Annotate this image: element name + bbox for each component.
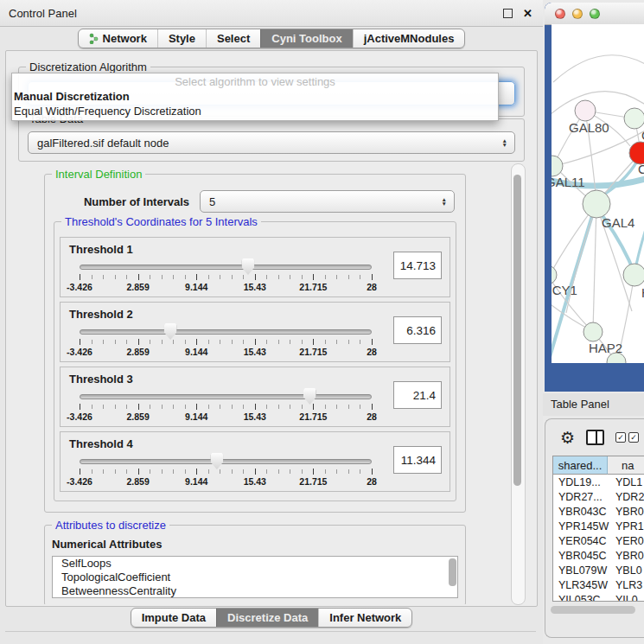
tick-label: 15.43 (244, 476, 266, 487)
tab-network[interactable]: Network (79, 29, 157, 48)
minimize-traffic-light[interactable] (572, 9, 583, 19)
cell-name[interactable]: YDR2 (607, 491, 644, 503)
network-node-ga[interactable] (624, 108, 644, 129)
threshold-label: Threshold 3 (69, 373, 133, 386)
table-row[interactable]: YDR27...YDR2 (553, 489, 644, 504)
network-view-window[interactable]: GAL80GACGAL11GAL4GCY1HHAP2 (545, 3, 644, 392)
zoom-traffic-light[interactable] (590, 9, 600, 19)
cell-name[interactable]: YBR0 (607, 506, 644, 518)
tab-discretize-data[interactable]: Discretize Data (216, 609, 318, 627)
table-row[interactable]: YLR345WYLR3 (553, 577, 644, 592)
tick-label: -3.426 (67, 347, 92, 357)
threshold-value-field[interactable]: 11.344 (393, 446, 442, 474)
checkbox-icon[interactable]: ✓ (628, 432, 639, 443)
table-horizontal-scrollbar[interactable] (551, 606, 635, 614)
network-node-h[interactable] (623, 264, 644, 286)
cell-name[interactable]: YBR0 (607, 550, 644, 562)
cell-shared-name[interactable]: YBL079W (553, 564, 607, 577)
tick-label: 9.144 (185, 411, 207, 422)
cell-shared-name[interactable]: YIL053C (553, 594, 607, 602)
threshold-slider-track[interactable] (80, 329, 372, 335)
num-intervals-combobox[interactable]: 5 ▲▼ (200, 190, 455, 213)
tab-impute-data[interactable]: Impute Data (131, 609, 216, 627)
cell-shared-name[interactable]: YBR043C (553, 506, 607, 518)
tick-label: 28 (367, 347, 377, 357)
table-row[interactable]: YBR045CYBR0 (553, 548, 644, 563)
tab-jactivemnodules[interactable]: jActiveMNodules (353, 29, 465, 48)
threshold-value-field[interactable]: 21.4 (393, 381, 442, 409)
threshold-slider-thumb[interactable] (210, 453, 223, 469)
dropdown-option[interactable]: Equal Width/Frequency Discretization (12, 104, 498, 118)
table-data-combobox[interactable]: galFiltered.sif default node ▲▼ (28, 131, 515, 154)
attribute-list-item[interactable]: BetweennessCentrality (61, 584, 457, 598)
split-columns-icon[interactable] (586, 430, 604, 445)
cell-shared-name[interactable]: YDR27... (553, 491, 607, 503)
tab-select[interactable]: Select (206, 29, 260, 48)
column-header-shared-name[interactable]: shared... (553, 456, 608, 475)
settings-scroll-area: Interval Definition Number of Intervals … (10, 163, 509, 604)
interval-definition-group: Interval Definition Number of Intervals … (44, 174, 466, 513)
dropdown-option[interactable]: Manual Discretization (12, 89, 498, 104)
cell-shared-name[interactable]: YER054C (553, 535, 607, 547)
network-canvas[interactable]: GAL80GACGAL11GAL4GCY1HHAP2 (552, 24, 644, 363)
cell-name[interactable]: YLR3 (607, 579, 644, 591)
cell-shared-name[interactable]: YDL19... (553, 476, 607, 488)
cell-name[interactable]: YDL1 (607, 476, 644, 488)
table-row[interactable]: YPR145WYPR1 (553, 519, 644, 533)
slider-tick-labels: -3.4262.8599.14415.4321.71528 (80, 282, 372, 292)
panel-scrollbar[interactable] (511, 163, 526, 605)
list-scrollbar-thumb[interactable] (449, 558, 456, 586)
close-traffic-light[interactable] (555, 9, 565, 19)
gear-icon[interactable]: ⚙ (560, 430, 575, 446)
network-node-gal80[interactable] (575, 100, 596, 121)
threshold-slider-track[interactable] (80, 459, 372, 464)
table-panel-toolbar: ⚙ ✓ ✓ (545, 419, 644, 456)
tab-infer-network[interactable]: Infer Network (318, 609, 411, 627)
cell-shared-name[interactable]: YPR145W (553, 520, 607, 532)
network-icon (89, 33, 99, 44)
network-node-hap2[interactable] (583, 322, 603, 341)
tab-label: Select (217, 32, 250, 45)
tick-label: 9.144 (185, 476, 207, 487)
threshold-slider-thumb[interactable] (164, 323, 177, 340)
table-row[interactable]: YIL053CYIL0 (553, 592, 644, 601)
table-row[interactable]: YBR043CYBR0 (553, 504, 644, 519)
threshold-slider-thumb[interactable] (303, 388, 316, 405)
panel-scrollbar-thumb[interactable] (513, 175, 521, 486)
attribute-list-item[interactable]: SelfLoops (61, 557, 457, 571)
cell-shared-name[interactable]: YLR345W (553, 579, 607, 591)
tick-label: 2.859 (126, 476, 149, 487)
tick-label: -3.426 (67, 476, 92, 487)
cell-name[interactable]: YBL0 (607, 564, 644, 577)
cyni-toolbox-content: Discretization Algorithm Select algorith… (5, 50, 538, 607)
table-row[interactable]: YER054CYER0 (553, 533, 644, 548)
checkbox-icon[interactable]: ✓ (615, 432, 626, 443)
control-panel: Control Panel ✕ NetworkStyleSelectCyni T… (0, 0, 543, 644)
column-header-name[interactable]: na (608, 456, 644, 475)
attribute-list-item[interactable]: TopologicalCoefficient (61, 571, 457, 584)
cell-name[interactable]: YIL0 (607, 594, 644, 602)
cell-name[interactable]: YER0 (607, 535, 644, 547)
tab-style[interactable]: Style (157, 29, 206, 48)
tick-label: 28 (367, 411, 377, 422)
threshold-slider-thumb[interactable] (241, 258, 254, 275)
threshold-value-field[interactable]: 6.316 (393, 316, 442, 344)
table-row[interactable]: YBL079WYBL0 (553, 563, 644, 577)
cell-shared-name[interactable]: YBR045C (553, 550, 607, 562)
threshold-value-field[interactable]: 14.713 (393, 252, 442, 279)
threshold-slider-track[interactable] (80, 394, 372, 399)
thresholds-group: Threshold's Coordinates for 5 Intervals … (54, 221, 456, 501)
network-node-gcy1[interactable] (552, 265, 557, 284)
tick-label: 9.144 (185, 347, 207, 357)
num-intervals-value: 5 (209, 195, 215, 208)
slider-tick-labels: -3.4262.8599.14415.4321.71528 (80, 476, 372, 487)
network-node-gal4[interactable] (583, 190, 610, 218)
network-window-titlebar[interactable] (545, 3, 644, 25)
numerical-attributes-list[interactable]: SelfLoopsTopologicalCoefficientBetweenne… (52, 556, 458, 598)
cell-name[interactable]: YPR1 (607, 520, 644, 532)
float-window-icon[interactable] (503, 9, 513, 18)
table-row[interactable]: YDL19...YDL1 (553, 475, 644, 489)
tab-cyni-toolbox[interactable]: Cyni Toolbox (260, 29, 352, 48)
threshold-slider-track[interactable] (80, 265, 372, 270)
close-icon[interactable]: ✕ (523, 8, 532, 19)
